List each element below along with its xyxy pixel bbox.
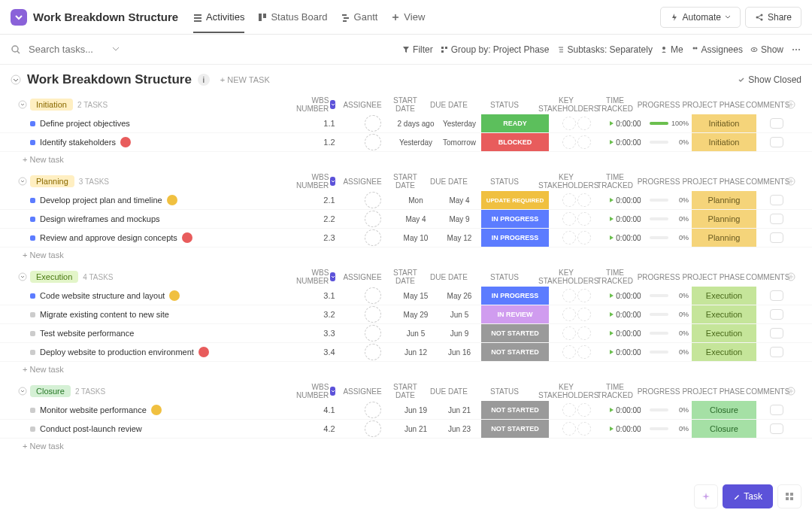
due-date[interactable]: May 12 — [438, 234, 481, 242]
new-task-link[interactable]: + NEW TASK — [220, 75, 270, 84]
phase-pill[interactable]: Initiation — [692, 133, 756, 151]
assignee-placeholder[interactable] — [365, 115, 381, 132]
show-closed-toggle[interactable]: Show Closed — [738, 74, 801, 85]
due-date[interactable]: Jun 5 — [438, 311, 481, 319]
comments-button[interactable] — [756, 195, 797, 205]
col-progress[interactable]: PROGRESS — [636, 178, 681, 186]
due-date[interactable]: May 26 — [438, 292, 481, 300]
search-input[interactable] — [29, 44, 104, 55]
stakeholders[interactable] — [549, 117, 604, 130]
stakeholders[interactable] — [549, 403, 604, 417]
phase-pill[interactable]: Execution — [692, 305, 756, 323]
col-phase[interactable]: PROJECT PHASE — [681, 273, 746, 281]
me-button[interactable]: Me — [660, 44, 683, 55]
assignees-button[interactable]: Assignees — [691, 44, 743, 55]
col-wbs[interactable]: WBS NUMBER — [296, 383, 341, 399]
time-tracked[interactable]: 0:00:00 — [604, 120, 647, 128]
progress[interactable]: 0% — [647, 406, 692, 414]
task-name[interactable]: Define project objectives — [40, 119, 130, 128]
time-tracked[interactable]: 0:00:00 — [604, 138, 647, 147]
stakeholders[interactable] — [549, 231, 604, 244]
phase-pill[interactable]: Initiation — [692, 114, 756, 132]
comments-button[interactable] — [756, 118, 797, 129]
assignee-placeholder[interactable] — [365, 306, 381, 323]
comments-button[interactable] — [756, 347, 797, 357]
comments-button[interactable] — [756, 328, 797, 338]
task-name[interactable]: Identify stakeholders — [40, 138, 116, 147]
start-date[interactable]: May 10 — [394, 234, 438, 242]
assignee-placeholder[interactable] — [365, 325, 381, 341]
section-badge[interactable]: Execution — [30, 271, 78, 283]
task-row[interactable]: Code website structure and layout 3.1 Ma… — [0, 287, 812, 305]
assignee-placeholder[interactable] — [365, 402, 381, 418]
new-task-row[interactable]: + New task — [0, 152, 812, 171]
stakeholders[interactable] — [549, 422, 604, 436]
col-progress[interactable]: PROGRESS — [636, 387, 681, 396]
col-start[interactable]: START DATE — [383, 383, 427, 399]
add-col-button[interactable] — [786, 177, 801, 186]
col-phase[interactable]: PROJECT PHASE — [681, 178, 746, 186]
status-pill[interactable]: NOT STARTED — [481, 401, 549, 419]
section-badge[interactable]: Planning — [30, 175, 74, 187]
progress[interactable]: 100% — [647, 120, 692, 127]
task-name[interactable]: Code website structure and layout — [40, 291, 165, 300]
chevron-down-icon[interactable] — [11, 74, 21, 85]
tab-view[interactable]: View — [391, 11, 425, 23]
stakeholders[interactable] — [549, 135, 604, 149]
collapse-icon[interactable] — [11, 9, 27, 26]
new-task-row[interactable]: + New task — [0, 362, 812, 381]
stakeholders[interactable] — [549, 212, 604, 226]
status-pill[interactable]: IN REVIEW — [481, 305, 549, 323]
col-assignee[interactable]: ASSIGNEE — [341, 101, 383, 109]
progress[interactable]: 0% — [647, 292, 692, 299]
time-tracked[interactable]: 0:00:00 — [604, 196, 647, 205]
share-button[interactable]: Share — [745, 7, 801, 28]
new-task-button[interactable]: Task — [723, 484, 773, 508]
time-tracked[interactable]: 0:00:00 — [604, 292, 647, 300]
status-pill[interactable]: UPDATE REQUIRED — [481, 191, 549, 209]
task-row[interactable]: Design wireframes and mockups 2.2 May 4 … — [0, 210, 812, 229]
task-row[interactable]: Define project objectives 1.1 2 days ago… — [0, 114, 812, 133]
stakeholders[interactable] — [549, 193, 604, 207]
phase-pill[interactable]: Planning — [692, 210, 756, 228]
status-pill[interactable]: IN PROGRESS — [481, 287, 549, 305]
automate-button[interactable]: Automate — [660, 7, 741, 28]
status-pill[interactable]: BLOCKED — [481, 133, 549, 151]
assignee-placeholder[interactable] — [365, 229, 381, 246]
task-name[interactable]: Develop project plan and timeline — [40, 196, 162, 205]
filter-button[interactable]: Filter — [402, 44, 433, 55]
col-due[interactable]: DUE DATE — [427, 387, 471, 396]
apps-button[interactable] — [777, 484, 801, 508]
task-row[interactable]: Review and approve design concepts 2.3 M… — [0, 229, 812, 247]
task-name[interactable]: Test website performance — [40, 329, 134, 338]
due-date[interactable]: Jun 9 — [438, 329, 481, 338]
time-tracked[interactable]: 0:00:00 — [604, 311, 647, 319]
comments-button[interactable] — [756, 214, 797, 224]
chevron-down-icon[interactable] — [18, 100, 27, 109]
col-wbs[interactable]: WBS NUMBER — [296, 96, 341, 113]
status-pill[interactable]: NOT STARTED — [481, 420, 549, 438]
col-due[interactable]: DUE DATE — [427, 273, 471, 281]
comments-button[interactable] — [756, 309, 797, 320]
status-pill[interactable]: NOT STARTED — [481, 343, 549, 361]
phase-pill[interactable]: Closure — [692, 420, 756, 438]
start-date[interactable]: Jun 21 — [394, 425, 438, 433]
chevron-down-icon[interactable] — [18, 387, 27, 396]
comments-button[interactable] — [756, 405, 797, 415]
due-date[interactable]: Jun 21 — [438, 406, 481, 414]
task-row[interactable]: Test website performance 3.3 Jun 5 Jun 9… — [0, 324, 812, 343]
more-icon[interactable] — [791, 44, 801, 55]
time-tracked[interactable]: 0:00:00 — [604, 215, 647, 223]
phase-pill[interactable]: Execution — [692, 343, 756, 361]
col-phase[interactable]: PROJECT PHASE — [681, 101, 746, 109]
col-due[interactable]: DUE DATE — [427, 101, 471, 109]
time-tracked[interactable]: 0:00:00 — [604, 329, 647, 338]
col-progress[interactable]: PROGRESS — [636, 273, 681, 281]
add-col-button[interactable] — [786, 387, 801, 396]
time-tracked[interactable]: 0:00:00 — [604, 425, 647, 433]
task-row[interactable]: Identify stakeholders 1.2 Yesterday Tomo… — [0, 133, 812, 152]
task-row[interactable]: Migrate existing content to new site 3.2… — [0, 305, 812, 324]
due-date[interactable]: May 9 — [438, 215, 481, 223]
stakeholders[interactable] — [549, 345, 604, 359]
col-assignee[interactable]: ASSIGNEE — [341, 387, 383, 396]
